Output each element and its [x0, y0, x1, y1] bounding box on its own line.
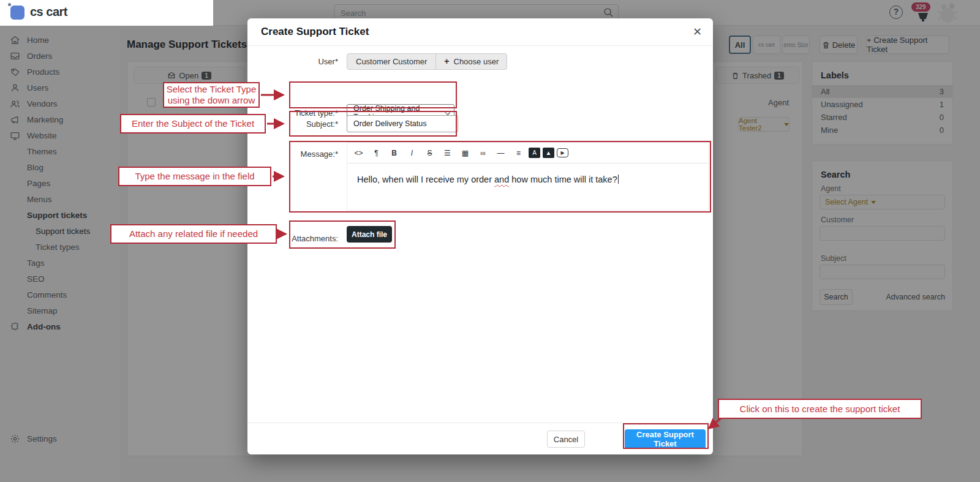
callout-message: Type the message in the field	[118, 167, 271, 186]
subject-input[interactable]	[347, 115, 458, 132]
modal-title: Create Support Ticket	[261, 26, 369, 38]
spellcheck-word: and	[494, 175, 509, 184]
bold-icon[interactable]: B	[386, 146, 402, 160]
link-icon[interactable]: ∞	[475, 146, 491, 160]
cancel-button[interactable]: Cancel	[547, 431, 585, 448]
create-support-ticket-modal: Create Support Ticket ✕ User* Customer C…	[247, 18, 713, 454]
paragraph-icon[interactable]: ¶	[369, 146, 384, 160]
horizontal-rule-icon[interactable]: —	[493, 146, 508, 160]
cscart-logo-icon	[10, 6, 24, 20]
callout-create-button: Click on this to create the support tick…	[718, 399, 922, 419]
chevron-down-icon	[445, 110, 450, 115]
callout-subject: Enter the Subject of the Ticket	[120, 114, 266, 134]
callout-ticket-type: Select the Ticket Typeusing the down arr…	[163, 82, 260, 108]
cscart-logo-text: cs cart	[30, 5, 67, 19]
close-icon[interactable]: ✕	[693, 25, 702, 39]
create-support-ticket-button[interactable]: Create Support Ticket	[625, 429, 706, 449]
format-a-icon[interactable]: A	[529, 148, 540, 158]
user-value: Customer Customer	[347, 54, 435, 69]
align-icon[interactable]: ≡	[511, 146, 526, 160]
italic-icon[interactable]: I	[404, 146, 420, 160]
message-text: Hello, when will I receive my order and …	[357, 175, 619, 184]
table-icon[interactable]: ▦	[458, 146, 473, 160]
strikethrough-icon[interactable]: S	[422, 146, 437, 160]
video-icon[interactable]: ▶	[557, 148, 568, 157]
text-cursor	[618, 175, 619, 184]
user-label: User*	[247, 57, 338, 66]
logo-area: cs cart	[0, 0, 213, 26]
choose-user-button[interactable]: + Choose user	[436, 54, 507, 69]
editor-toolbar: <> ¶ B I S ☰ ▦ ∞ — ≡ A ▲ ▶	[347, 143, 709, 164]
image-icon[interactable]: ▲	[543, 148, 554, 158]
callout-attachments: Attach any related file if needed	[110, 224, 277, 244]
code-icon[interactable]: <>	[351, 146, 366, 160]
message-label: Message:*	[247, 149, 338, 159]
attach-file-button[interactable]: Attach file	[347, 226, 392, 243]
list-icon[interactable]: ☰	[440, 146, 455, 160]
user-field-group: Customer Customer + Choose user	[347, 53, 507, 70]
message-editor[interactable]: <> ¶ B I S ☰ ▦ ∞ — ≡ A ▲ ▶ Hello, when w…	[347, 142, 709, 211]
plus-icon: +	[444, 54, 449, 69]
